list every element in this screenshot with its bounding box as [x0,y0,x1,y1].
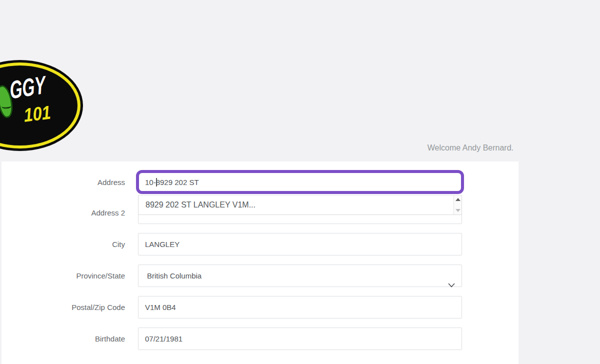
province-select-value: British Columbia [147,272,202,280]
chevron-down-icon [448,274,455,278]
scrollbar-down-icon[interactable] [456,209,460,212]
page: GGY 101 Welcome Andy Bernard. Address Ad… [0,0,600,364]
address2-label: Address 2 [0,202,125,224]
text-cursor [156,178,157,186]
welcome-message: Welcome Andy Bernard. [428,144,514,152]
birthdate-input[interactable] [138,328,462,350]
dropdown-scrollbar[interactable] [454,196,462,214]
province-select[interactable]: British Columbia [138,264,462,287]
address-suggestion-option[interactable]: 8929 202 ST LANGLEY V1M... [138,196,454,214]
city-label: City [0,233,125,256]
birthdate-label: Birthdate [0,328,125,350]
logo-text-bottom: 101 [23,102,52,124]
city-input[interactable] [138,233,462,256]
postal-input[interactable] [138,296,462,318]
address-suggestions-dropdown: 8929 202 ST LANGLEY V1M... [138,195,462,215]
address-input[interactable] [138,171,462,194]
province-label: Province/State [0,264,125,287]
logo-text-top: GGY [9,72,46,102]
scrollbar-up-icon[interactable] [456,198,460,201]
froggy-101-logo: GGY 101 [0,60,83,151]
postal-label: Postal/Zip Code [0,296,125,318]
address-label: Address [0,171,125,194]
